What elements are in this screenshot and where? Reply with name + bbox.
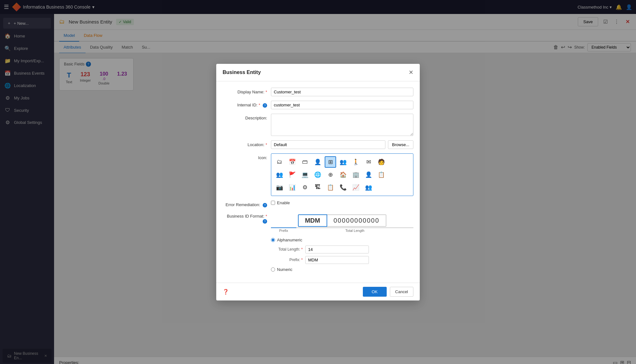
icon-cell-20[interactable]: 📊	[287, 182, 298, 193]
numeric-radio[interactable]	[271, 267, 275, 272]
display-name-required: *	[266, 90, 267, 94]
browse-button[interactable]: Browse...	[388, 140, 413, 149]
cancel-button[interactable]: Cancel	[390, 287, 413, 297]
business-id-required: *	[266, 214, 267, 219]
icon-cell-23[interactable]: 📋	[325, 182, 336, 193]
alphanumeric-fields: Total Length: * Prefix: *	[277, 246, 413, 264]
error-remediation-label-text: Error Remediation:	[225, 202, 260, 207]
icon-row-2: 👥 🚩 💻 🌐 ⊕ 🏠 🏢 👤 📋	[274, 169, 411, 180]
modal-overlay: Business Entity ✕ Display Name: * Intern…	[0, 0, 636, 364]
total-length-sub-row: Total Length: *	[277, 246, 413, 253]
modal-close-button[interactable]: ✕	[409, 69, 413, 76]
error-remediation-row: Error Remediation: ? Enable	[223, 200, 413, 207]
location-row: Location: * Browse...	[223, 140, 413, 149]
business-id-label: Business ID Format: * ?	[223, 212, 267, 224]
enable-checkbox-row: Enable	[271, 200, 290, 205]
numeric-radio-row: Numeric	[271, 267, 413, 272]
bid-labels: Prefix Total Length	[271, 227, 413, 233]
description-label-text: Description:	[245, 116, 267, 120]
icon-row: Icon: 🗂 📅 🗃 👤 ⊞ 👥 🚶 ✉ 🧑	[223, 153, 413, 196]
ok-button[interactable]: OK	[363, 287, 387, 297]
icon-cell-25[interactable]: 📈	[350, 182, 362, 193]
icon-cell-7[interactable]: 🚶	[350, 156, 362, 168]
icon-cell-9[interactable]: 🧑	[376, 156, 387, 168]
total-length-label-text: Total Length:	[278, 247, 300, 252]
internal-id-row: Internal ID: * ?	[223, 101, 413, 109]
icon-cell-8[interactable]: ✉	[363, 156, 374, 168]
prefix-label-text: Prefix:	[289, 258, 300, 262]
internal-id-label: Internal ID: * ?	[223, 101, 267, 108]
internal-id-required: *	[259, 103, 260, 107]
icon-cell-24[interactable]: 📞	[337, 182, 349, 193]
icon-cell-19[interactable]: 📷	[274, 182, 285, 193]
icon-cell-2[interactable]: 📅	[287, 156, 298, 168]
icon-cell-16[interactable]: 🏢	[350, 169, 362, 180]
display-name-label-text: Display Name:	[238, 90, 265, 94]
icon-cell-10[interactable]: 👥	[274, 169, 285, 180]
icon-cell-5[interactable]: ⊞	[325, 156, 336, 168]
location-required: *	[266, 142, 267, 147]
business-id-help-icon[interactable]: ?	[263, 219, 267, 224]
display-name-input[interactable]	[271, 88, 413, 96]
icon-cell-17[interactable]: 👤	[363, 169, 374, 180]
alphanumeric-radio-row: Alphanumeric	[271, 238, 413, 242]
icon-cell-1[interactable]: 🗂	[274, 156, 285, 168]
icon-row-3: 📷 📊 ⚙ 🏗 📋 📞 📈 👥	[274, 182, 411, 193]
icon-grid: 🗂 📅 🗃 👤 ⊞ 👥 🚶 ✉ 🧑 👥 🚩 💻	[271, 153, 413, 196]
modal-footer: ❓ OK Cancel	[216, 283, 420, 300]
numeric-label[interactable]: Numeric	[277, 267, 292, 272]
display-name-label: Display Name: *	[223, 88, 267, 94]
prefix-input[interactable]	[305, 256, 369, 264]
icon-cell-3[interactable]: 🗃	[299, 156, 311, 168]
icon-row-1: 🗂 📅 🗃 👤 ⊞ 👥 🚶 ✉ 🧑	[274, 156, 411, 168]
radio-group: Alphanumeric Total Length: *	[271, 238, 413, 272]
bid-format-boxes: MDM 00000000000	[298, 214, 386, 227]
icon-cell-14[interactable]: ⊕	[325, 169, 336, 180]
alphanumeric-label[interactable]: Alphanumeric	[277, 238, 302, 242]
bid-format-visual: MDM 00000000000 Prefix Total Length	[271, 214, 413, 233]
modal-title: Business Entity	[223, 70, 261, 75]
icon-cell-13[interactable]: 🌐	[312, 169, 323, 180]
description-row: Description:	[223, 114, 413, 136]
prefix-sub-row: Prefix: *	[277, 256, 413, 264]
description-input[interactable]	[271, 114, 413, 136]
icon-cell-21[interactable]: ⚙	[299, 182, 311, 193]
alphanumeric-radio[interactable]	[271, 238, 275, 242]
bid-total-box: 00000000000	[327, 214, 386, 227]
internal-id-label-text: Internal ID:	[237, 103, 258, 107]
icon-cell-18[interactable]: 📋	[376, 169, 387, 180]
bid-prefix-box: MDM	[298, 214, 327, 227]
enable-checkbox[interactable]	[271, 201, 275, 205]
bid-prefix-label: Prefix	[271, 227, 296, 233]
business-id-format-content: MDM 00000000000 Prefix Total Length Alph…	[271, 212, 413, 272]
icon-cell-12[interactable]: 💻	[299, 169, 311, 180]
total-length-input[interactable]	[305, 246, 369, 253]
error-remediation-help-icon[interactable]: ?	[263, 203, 267, 207]
location-label: Location: *	[223, 140, 267, 147]
prefix-sub-label: Prefix: *	[277, 258, 303, 262]
internal-id-help-icon[interactable]: ?	[263, 103, 267, 108]
location-label-text: Location:	[248, 142, 265, 147]
enable-label[interactable]: Enable	[277, 200, 290, 205]
footer-buttons: OK Cancel	[363, 287, 413, 297]
icon-label: Icon:	[223, 153, 267, 160]
icon-cell-6[interactable]: 👥	[337, 156, 349, 168]
internal-id-input[interactable]	[271, 101, 413, 109]
bid-total-label: Total Length	[296, 227, 413, 233]
business-id-format-row: Business ID Format: * ? MDM 00000000000 …	[223, 212, 413, 272]
icon-cell-22[interactable]: 🏗	[312, 182, 323, 193]
modal-help-icon[interactable]: ❓	[223, 289, 229, 295]
icon-cell-11[interactable]: 🚩	[287, 169, 298, 180]
icon-cell-15[interactable]: 🏠	[337, 169, 349, 180]
modal-body: Display Name: * Internal ID: * ? Descrip…	[216, 81, 420, 283]
location-input[interactable]	[271, 140, 385, 149]
icon-cell-4[interactable]: 👤	[312, 156, 323, 168]
icon-label-text: Icon:	[258, 155, 267, 160]
modal-header: Business Entity ✕	[216, 64, 420, 81]
display-name-row: Display Name: *	[223, 88, 413, 96]
business-id-label-text: Business ID Format:	[227, 214, 265, 219]
icon-cell-26[interactable]: 👥	[363, 182, 374, 193]
business-entity-modal: Business Entity ✕ Display Name: * Intern…	[216, 64, 420, 300]
total-length-sub-label: Total Length: *	[277, 247, 303, 252]
error-remediation-label: Error Remediation: ?	[223, 200, 267, 207]
